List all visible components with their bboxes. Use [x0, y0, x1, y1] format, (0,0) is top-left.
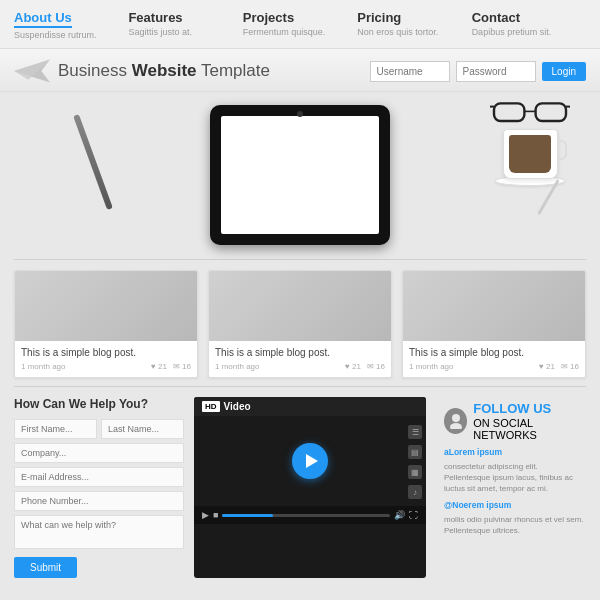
logo-area: Business Website Template	[14, 59, 270, 83]
nav-title-projects: Projects	[243, 10, 357, 25]
stop-icon[interactable]: ■	[213, 510, 218, 520]
nav-sub-projects: Fermentum quisque.	[243, 27, 357, 37]
nav-sub-features: Sagittis justo at.	[128, 27, 242, 37]
nav-sub-contact: Dapibus pretium sit.	[472, 27, 586, 37]
play-button[interactable]	[292, 443, 328, 479]
play-icon[interactable]: ▶	[202, 510, 209, 520]
facebook-link[interactable]: aLorem ipsum	[444, 447, 586, 457]
hd-badge: HD	[202, 401, 220, 412]
twitter-link[interactable]: @Noerem ipsum	[444, 500, 586, 510]
svg-point-8	[450, 423, 462, 429]
blog-date-3: 1 month ago	[409, 362, 453, 371]
blog-comments-3: ✉ 16	[561, 362, 579, 371]
username-input[interactable]	[370, 61, 450, 82]
blog-section: This is a simple blog post. 1 month ago …	[0, 262, 600, 384]
first-name-input[interactable]	[14, 419, 97, 439]
blog-date-2: 1 month ago	[215, 362, 259, 371]
site-title: Business Website Template	[58, 61, 270, 81]
twitter-desc: mollis odio pulvinar rhoncus et vel sem.…	[444, 514, 586, 536]
follow-title-area: FOLLOW US ON SOCIAL NETWORKS	[444, 401, 586, 441]
company-input[interactable]	[14, 443, 184, 463]
plane-icon	[14, 59, 50, 83]
social-section: FOLLOW US ON SOCIAL NETWORKS aLorem ipsu…	[436, 397, 586, 578]
video-title: Video	[224, 401, 251, 412]
progress-fill	[222, 514, 272, 517]
header-bar: Business Website Template Login	[0, 49, 600, 92]
last-name-input[interactable]	[101, 419, 184, 439]
glasses-icon	[490, 97, 570, 125]
video-icon-1[interactable]: ☰	[408, 425, 422, 439]
blog-divider	[14, 386, 586, 387]
contact-heading: How Can We Help You?	[14, 397, 184, 411]
svg-rect-3	[536, 103, 566, 121]
hero-section	[0, 92, 600, 257]
nav-item-pricing[interactable]: Pricing Non eros quis tortor.	[357, 10, 471, 37]
blog-title-2: This is a simple blog post.	[215, 347, 385, 358]
nav-title-pricing: Pricing	[357, 10, 471, 25]
hero-divider	[14, 259, 586, 260]
video-icon-3[interactable]: ▦	[408, 465, 422, 479]
tablet-screen	[221, 116, 379, 234]
blog-comments-1: ✉ 16	[173, 362, 191, 371]
blog-likes-3: ♥ 21	[539, 362, 555, 371]
login-form: Login	[370, 61, 586, 82]
blog-thumb-2	[209, 271, 391, 341]
navigation: About Us Suspendisse rutrum. Features Sa…	[0, 0, 600, 49]
social-avatar-icon	[444, 408, 467, 434]
tablet-camera	[297, 111, 303, 117]
progress-bar[interactable]	[222, 514, 390, 517]
coffee-cup	[503, 129, 558, 179]
blog-title-3: This is a simple blog post.	[409, 347, 579, 358]
nav-title-about: About Us	[14, 10, 72, 28]
tablet-image	[210, 105, 390, 245]
blog-likes-2: ♥ 21	[345, 362, 361, 371]
nav-title-features: Features	[128, 10, 242, 25]
volume-icon[interactable]: 🔊	[394, 510, 405, 520]
video-controls-bar: ▶ ■ 🔊 ⛶	[194, 506, 426, 524]
nav-item-contact[interactable]: Contact Dapibus pretium sit.	[472, 10, 586, 37]
contact-form-section: How Can We Help You? Submit	[14, 397, 184, 578]
follow-label: FOLLOW US	[473, 401, 586, 417]
pen-decoration	[73, 114, 113, 210]
blog-thumb-3	[403, 271, 585, 341]
nav-item-projects[interactable]: Projects Fermentum quisque.	[243, 10, 357, 37]
nav-item-features[interactable]: Features Sagittis justo at.	[128, 10, 242, 37]
svg-point-7	[452, 414, 460, 422]
svg-rect-2	[494, 103, 524, 121]
video-icon-2[interactable]: ▤	[408, 445, 422, 459]
facebook-desc: consectetur adipiscing elit. Pellentesqu…	[444, 461, 586, 495]
password-input[interactable]	[456, 61, 536, 82]
nav-sub-about: Suspendisse rutrum.	[14, 30, 128, 40]
phone-input[interactable]	[14, 491, 184, 511]
coffee-liquid	[509, 135, 551, 173]
video-player: HD Video ☰ ▤ ▦ ♪ ▶ ■ 🔊 ⛶	[194, 397, 426, 578]
video-header: HD Video	[194, 397, 426, 416]
nav-title-contact: Contact	[472, 10, 586, 25]
email-input[interactable]	[14, 467, 184, 487]
blog-card-3: This is a simple blog post. 1 month ago …	[402, 270, 586, 378]
submit-button[interactable]: Submit	[14, 557, 77, 578]
blog-date-1: 1 month ago	[21, 362, 65, 371]
message-input[interactable]	[14, 515, 184, 549]
blog-card-1: This is a simple blog post. 1 month ago …	[14, 270, 198, 378]
video-content	[194, 416, 426, 506]
blog-title-1: This is a simple blog post.	[21, 347, 191, 358]
login-button[interactable]: Login	[542, 62, 586, 81]
name-row	[14, 419, 184, 443]
blog-comments-2: ✉ 16	[367, 362, 385, 371]
follow-sublabel: ON SOCIAL NETWORKS	[473, 417, 537, 441]
nav-item-about[interactable]: About Us Suspendisse rutrum.	[14, 10, 128, 40]
video-icon-4[interactable]: ♪	[408, 485, 422, 499]
video-side-controls: ☰ ▤ ▦ ♪	[408, 425, 422, 499]
nav-sub-pricing: Non eros quis tortor.	[357, 27, 471, 37]
coffee-area	[490, 97, 570, 186]
bottom-section: How Can We Help You? Submit HD Video ☰ ▤…	[0, 389, 600, 586]
blog-card-2: This is a simple blog post. 1 month ago …	[208, 270, 392, 378]
blog-thumb-1	[15, 271, 197, 341]
blog-likes-1: ♥ 21	[151, 362, 167, 371]
fullscreen-icon[interactable]: ⛶	[409, 510, 418, 520]
